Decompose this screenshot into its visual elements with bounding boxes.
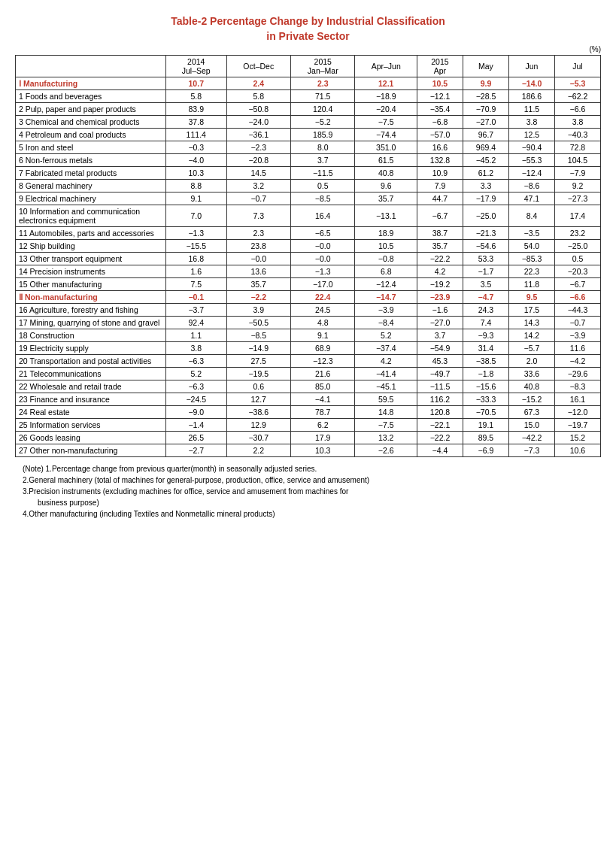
table-cell: −5.3 <box>554 77 600 90</box>
table-cell: −49.7 <box>417 368 463 380</box>
table-cell: 71.5 <box>290 90 354 103</box>
row-label-20: 20 Transportation and postal activities <box>16 355 166 368</box>
table-cell: 7.5 <box>166 278 227 291</box>
table-cell: −6.3 <box>166 380 227 393</box>
table-cell: −90.4 <box>508 141 554 154</box>
table-cell: −17.0 <box>290 278 354 291</box>
table-cell: −13.1 <box>355 205 417 227</box>
table-cell: −62.2 <box>554 90 600 103</box>
table-cell: −0.3 <box>166 141 227 154</box>
col-header-2015-jan-mar: 2015Jan–Mar <box>290 56 354 77</box>
table-cell: −45.2 <box>463 154 508 167</box>
table-cell: 7.0 <box>166 205 227 227</box>
table-cell: −7.5 <box>355 116 417 129</box>
table-cell: 15.0 <box>508 419 554 432</box>
table-cell: 10.5 <box>417 77 463 90</box>
table-cell: 104.5 <box>554 154 600 167</box>
table-cell: −30.7 <box>226 432 290 444</box>
table-cell: −19.7 <box>554 419 600 432</box>
row-label-17: 17 Mining, quarrying of stone and gravel <box>16 317 166 329</box>
row-label-7: 7 Fabricated metal products <box>16 167 166 180</box>
table-cell: 92.4 <box>166 317 227 329</box>
table-cell: 22.4 <box>290 291 354 304</box>
table-cell: 116.2 <box>417 393 463 406</box>
table-cell: −57.0 <box>417 129 463 141</box>
table-cell: 8.0 <box>290 141 354 154</box>
table-cell: 16.6 <box>417 141 463 154</box>
table-cell: −27.0 <box>417 317 463 329</box>
table-cell: −8.5 <box>226 329 290 342</box>
table-cell: −3.5 <box>508 227 554 240</box>
table-cell: 89.5 <box>463 432 508 444</box>
table-cell: 67.3 <box>508 406 554 419</box>
table-cell: −1.4 <box>166 419 227 432</box>
table-cell: −0.0 <box>290 253 354 265</box>
row-label-23: 23 Finance and insurance <box>16 393 166 406</box>
table-cell: −5.7 <box>508 342 554 355</box>
table-cell: −6.7 <box>417 205 463 227</box>
row-label-12: 12 Ship building <box>16 240 166 253</box>
table-cell: 3.8 <box>554 116 600 129</box>
table-cell: −42.2 <box>508 432 554 444</box>
table-cell: 7.9 <box>417 180 463 193</box>
table-cell: 22.3 <box>508 265 554 278</box>
table-cell: −24.0 <box>226 116 290 129</box>
col-header-label <box>16 56 166 77</box>
table-cell: 85.0 <box>290 380 354 393</box>
row-label-26: 26 Goods leasing <box>16 432 166 444</box>
table-cell: 6.2 <box>290 419 354 432</box>
percent-unit: (%) <box>15 45 601 53</box>
table-cell: 27.5 <box>226 355 290 368</box>
table-cell: −6.7 <box>554 278 600 291</box>
table-cell: 2.0 <box>508 355 554 368</box>
table-cell: 185.9 <box>290 129 354 141</box>
row-label-5: 5 Iron and steel <box>16 141 166 154</box>
table-cell: −9.0 <box>166 406 227 419</box>
table-cell: −50.8 <box>226 103 290 116</box>
table-cell: 40.8 <box>508 380 554 393</box>
row-label-13: 13 Other transport equipment <box>16 253 166 265</box>
row-label-16: 16 Agriculture, forestry and fishing <box>16 304 166 317</box>
table-cell: 11.6 <box>554 342 600 355</box>
table-cell: 2.3 <box>226 227 290 240</box>
table-cell: −18.9 <box>355 90 417 103</box>
table-cell: −25.0 <box>554 240 600 253</box>
table-cell: −2.3 <box>226 141 290 154</box>
table-cell: 11.8 <box>508 278 554 291</box>
table-cell: −12.4 <box>355 278 417 291</box>
table-cell: −6.9 <box>463 444 508 457</box>
table-cell: 351.0 <box>355 141 417 154</box>
table-cell: 10.3 <box>290 444 354 457</box>
table-cell: 45.3 <box>417 355 463 368</box>
table-cell: −3.7 <box>166 304 227 317</box>
table-cell: −14.9 <box>226 342 290 355</box>
table-cell: 11.5 <box>508 103 554 116</box>
table-cell: 10.7 <box>166 77 227 90</box>
table-cell: −38.6 <box>226 406 290 419</box>
table-cell: 2.3 <box>290 77 354 90</box>
table-cell: −35.4 <box>417 103 463 116</box>
table-cell: 1.6 <box>166 265 227 278</box>
table-cell: 3.8 <box>508 116 554 129</box>
table-cell: −8.4 <box>355 317 417 329</box>
table-cell: 19.1 <box>463 419 508 432</box>
table-cell: 17.5 <box>508 304 554 317</box>
table-cell: 2.2 <box>226 444 290 457</box>
table-cell: 9.1 <box>290 329 354 342</box>
col-header-2015-apr: 2015Apr <box>417 56 463 77</box>
row-label-3: 3 Chemical and chemical products <box>16 116 166 129</box>
table-cell: 10.5 <box>355 240 417 253</box>
table-cell: −7.5 <box>355 419 417 432</box>
table-cell: −55.3 <box>508 154 554 167</box>
table-cell: 8.8 <box>166 180 227 193</box>
table-cell: 61.2 <box>463 167 508 180</box>
table-cell: −8.3 <box>554 380 600 393</box>
table-cell: −25.0 <box>463 205 508 227</box>
table-cell: 13.6 <box>226 265 290 278</box>
table-cell: 4.2 <box>417 265 463 278</box>
table-cell: −19.5 <box>226 368 290 380</box>
table-cell: −41.4 <box>355 368 417 380</box>
table-cell: −74.4 <box>355 129 417 141</box>
row-label-24: 24 Real estate <box>16 406 166 419</box>
table-cell: −6.8 <box>417 116 463 129</box>
